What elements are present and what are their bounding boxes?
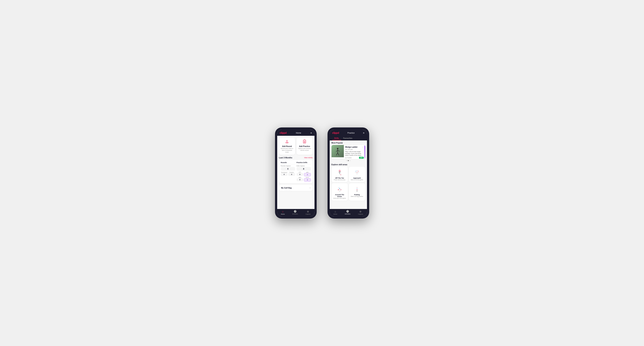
drills-capture-label: Drills Capture <box>296 165 311 167</box>
view-activity-link[interactable]: View Activity <box>304 157 312 159</box>
approach-icon <box>354 169 361 176</box>
drill-range: 50–100 yds <box>345 149 364 150</box>
shots-info: ⊙ 9 shots <box>345 157 352 159</box>
tab-favourites[interactable]: Favourites <box>341 136 355 140</box>
add-practice-title: Add Practice <box>299 145 310 147</box>
svg-point-22 <box>355 171 356 172</box>
activity-section-title: Last 3 Months <box>279 157 292 159</box>
golf-bag-item[interactable]: My Golf Bag › <box>279 185 313 191</box>
dot-3 <box>350 160 350 161</box>
star-icon[interactable]: ☆ <box>362 146 364 149</box>
drill-title-row: Wedge Ladder ☆ <box>345 146 364 149</box>
dot-2 <box>348 160 349 161</box>
action-cards: Add Round Record your shots in fast or e… <box>277 136 314 156</box>
nav-home[interactable]: ⌂ Home <box>281 210 284 215</box>
svg-point-0 <box>286 142 288 143</box>
off-tee-desc: Power and accuracy <box>334 179 345 180</box>
off-tee-icon <box>336 169 343 176</box>
skill-card-approach[interactable]: Approach Dial-in to hit the green <box>349 167 365 182</box>
putting-icon <box>354 185 361 193</box>
drill-card-body: Wedge Ladder ☆ 50–100 yds Play 1 shot at… <box>344 145 365 159</box>
capture-nav-icon: ⊕ <box>307 210 309 213</box>
arg-stat: ARG 0 <box>296 177 304 181</box>
carousel-dots <box>332 160 365 161</box>
tournament-stat: Tournament 0 <box>281 172 288 176</box>
svg-point-23 <box>358 171 359 172</box>
shots-count: 9 shots <box>347 157 352 159</box>
target-icon: ⊙ <box>345 157 347 159</box>
golf-bag-label: My Golf Bag <box>281 187 292 189</box>
practice-label: Practice <box>288 172 295 173</box>
rounds-capture-value: 0 <box>281 167 295 171</box>
activities-nav-label: Activities <box>292 213 298 215</box>
putting-name: Putting <box>354 194 360 196</box>
nav-capture[interactable]: ⊕ Capture <box>306 210 310 215</box>
add-practice-icon <box>302 139 307 145</box>
skill-card-off-the-tee[interactable]: Off The Tee Power and accuracy <box>332 167 348 182</box>
putting-icon-container <box>353 185 361 193</box>
nav-activities[interactable]: ⚽ Activities <box>292 210 298 215</box>
arg-icon <box>336 185 343 193</box>
activity-section-header: Last 3 Months View Activity <box>277 156 314 160</box>
golfer-silhouette-icon <box>335 148 340 156</box>
explore-title: Explore skill areas <box>332 164 365 166</box>
arg-label: ARG <box>296 177 304 178</box>
popular-section: Most Popular <box>330 141 367 163</box>
phone1-bottom-nav: ⌂ Home ⚽ Activities ⊕ Capture <box>277 209 314 216</box>
svg-line-8 <box>336 150 338 152</box>
add-round-desc: Record your shots in fast or enhanced mo… <box>280 148 294 153</box>
off-tee-name: Off The Tee <box>335 177 344 179</box>
skill-card-around-green[interactable]: Around The Green Hone your short game <box>332 183 348 201</box>
explore-section: Explore skill areas <box>330 163 367 201</box>
home2-nav-label: Home <box>333 213 337 215</box>
putt-stat: PUTT 4 <box>304 177 311 181</box>
add-practice-card[interactable]: Add Practice Capture your practice off-t… <box>296 138 313 155</box>
tournament-label: Tournament <box>281 172 288 173</box>
skill-card-putting[interactable]: Putting Make and lag practice <box>349 183 365 201</box>
add-round-icon <box>285 139 289 145</box>
phone2-menu-icon[interactable]: ≡ <box>363 132 364 134</box>
approach-icon-container <box>353 169 361 176</box>
nav2-activities[interactable]: ⚽ Activities <box>345 210 350 215</box>
arg-desc: Hone your short game <box>333 197 346 199</box>
rounds-col: Rounds Rounds Capture 0 Tournament 0 Pra… <box>281 162 295 181</box>
phone-1: clippd Home ≡ Add Round Record your <box>275 128 317 218</box>
drills-sub-stats: OTT 0 APP 4 <box>296 172 311 176</box>
phone1-menu-icon[interactable]: ≡ <box>310 132 312 134</box>
svg-line-11 <box>338 153 339 155</box>
tournament-value: 0 <box>281 173 288 176</box>
capture2-nav-label: Capture <box>358 213 363 215</box>
phone1-logo: clippd <box>280 131 286 134</box>
approach-desc: Dial-in to hit the green <box>351 179 363 180</box>
app-badge: APP <box>359 157 364 159</box>
add-round-card[interactable]: Add Round Record your shots in fast or e… <box>279 138 295 155</box>
putt-label: PUTT <box>304 177 311 178</box>
nav2-capture[interactable]: ⊕ Capture <box>358 210 363 215</box>
svg-point-29 <box>338 187 339 188</box>
phone2-logo: clippd <box>332 131 339 134</box>
phone1-title: Home <box>296 132 301 134</box>
practice-drills-col: Practice Drills Drills Capture 8 OTT 0 A… <box>296 162 311 181</box>
practice-tabs: Drills Favourites <box>330 136 367 141</box>
rounds-title: Rounds <box>281 162 295 164</box>
drills-capture-value: 8 <box>296 167 311 171</box>
rounds-capture-label: Rounds Capture <box>281 165 295 167</box>
activities2-nav-label: Activities <box>345 213 350 215</box>
tab-drills[interactable]: Drills <box>332 136 341 140</box>
drill-card-wedge-ladder[interactable]: Wedge Ladder ☆ 50–100 yds Play 1 shot at… <box>332 145 365 159</box>
svg-point-24 <box>357 170 357 171</box>
svg-point-17 <box>357 172 357 173</box>
ott-stat: OTT 0 <box>296 172 304 176</box>
dot-1 <box>346 160 347 161</box>
svg-point-12 <box>339 170 340 172</box>
drill-desc: Play 1 shot at each target yardage. If y… <box>345 151 364 156</box>
nav2-home[interactable]: ⌂ Home <box>333 210 337 215</box>
app-value: 4 <box>304 173 311 176</box>
phone2-bottom-nav: ⌂ Home ⚽ Activities ⊕ Capture <box>330 209 367 216</box>
capture2-nav-icon: ⊕ <box>360 210 362 213</box>
phone2-header: clippd Practice ≡ <box>330 130 367 136</box>
svg-line-9 <box>338 150 340 151</box>
ott-label: OTT <box>296 172 304 173</box>
home-nav-icon: ⌂ <box>282 210 284 213</box>
drill-footer: ⊙ 9 shots APP <box>345 157 364 159</box>
